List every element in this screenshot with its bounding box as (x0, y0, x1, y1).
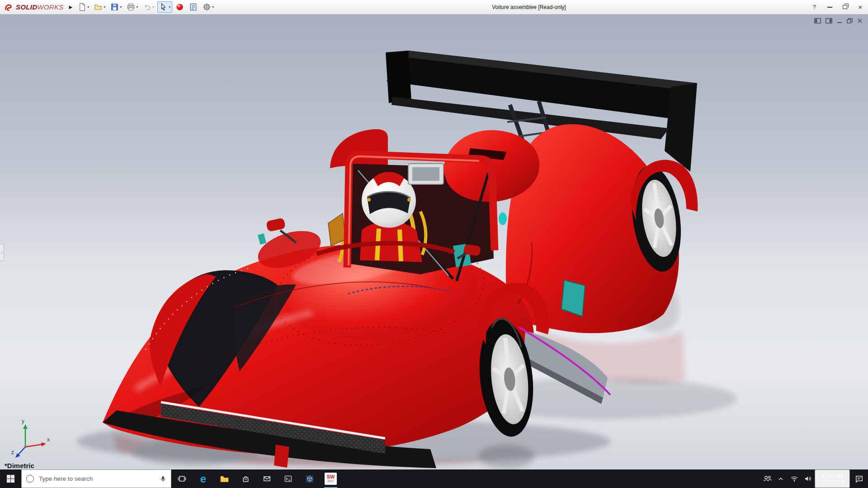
dropdown-caret[interactable]: ▾ (169, 5, 170, 9)
options-button[interactable]: ▾ (201, 1, 216, 13)
command-prompt-button[interactable] (278, 469, 299, 488)
windows-taskbar: e (0, 469, 868, 488)
triad-y-label: y (22, 418, 24, 424)
dropdown-caret[interactable]: ▾ (104, 5, 105, 9)
help-button[interactable]: ? (807, 0, 822, 14)
mail-icon (263, 474, 271, 483)
graphics-area[interactable]: ‹ x y z *Dimetric (0, 14, 868, 469)
wifi-icon (790, 475, 798, 483)
search-input[interactable] (38, 475, 156, 483)
print-button[interactable]: ▾ (125, 1, 140, 13)
edge-button[interactable]: e (193, 469, 214, 488)
window-controls: ? × (807, 0, 868, 14)
reference-triad[interactable]: x y z (11, 418, 52, 461)
store-button[interactable] (235, 469, 256, 488)
featuremanager-collapse-tab[interactable]: ‹ (0, 244, 4, 261)
pane-left-button[interactable] (814, 18, 821, 23)
task-view-icon (178, 474, 186, 483)
taskbar-clock[interactable]: 11:45 AM 7/13/2018 (815, 469, 850, 488)
appearance-sphere-icon (175, 3, 184, 11)
people-icon (763, 474, 772, 483)
window-title: Voiture assemblee [Read-only] (190, 0, 868, 14)
document-window-controls (814, 18, 863, 23)
gear-icon (203, 3, 211, 11)
task-view-button[interactable] (171, 469, 193, 488)
open-icon (94, 3, 103, 11)
show-hidden-icons-button[interactable] (774, 469, 788, 488)
microphone-icon[interactable] (160, 474, 166, 483)
dropdown-caret[interactable]: ▾ (136, 5, 138, 9)
restore-button[interactable] (837, 0, 853, 14)
print-icon (127, 3, 135, 11)
people-button[interactable] (760, 469, 774, 488)
solidworks-window: SOLIDWORKS ▶ ▾ ▾ ▾ (0, 0, 868, 488)
brand-works: WORKS (37, 3, 63, 11)
save-icon (110, 3, 119, 11)
edrawings-cube-icon (305, 474, 314, 483)
open-button[interactable]: ▾ (92, 1, 107, 13)
appearances-button[interactable] (174, 1, 186, 13)
design-library-button[interactable] (187, 1, 199, 13)
chevron-up-icon (777, 475, 784, 483)
file-explorer-icon (220, 474, 229, 483)
volume-button[interactable] (801, 469, 815, 488)
sw-icon-text: SW (327, 474, 335, 479)
dropdown-caret[interactable]: ▾ (212, 5, 214, 9)
triad-x-label: x (47, 436, 50, 443)
action-center-button[interactable] (850, 469, 868, 488)
titlebar: SOLIDWORKS ▶ ▾ ▾ ▾ (0, 0, 868, 14)
taskbar-search[interactable] (21, 469, 171, 488)
edge-icon: e (200, 474, 206, 484)
brand-solid: SOLID (16, 3, 37, 11)
restore-icon (843, 5, 847, 9)
new-document-button[interactable]: ▾ (76, 1, 91, 13)
new-document-icon (78, 3, 86, 11)
solidworks-logo: SOLIDWORKS (0, 3, 66, 12)
network-button[interactable] (788, 469, 801, 488)
action-center-icon (855, 474, 863, 483)
select-cursor-icon (159, 3, 168, 11)
cortana-icon (26, 475, 34, 483)
quick-access-toolbar: ▾ ▾ ▾ ▾ (76, 1, 216, 13)
design-library-icon (189, 3, 198, 11)
pinned-apps: e (171, 469, 341, 488)
doc-minimize-button[interactable] (837, 18, 842, 23)
clock-date: 7/13/2018 (818, 479, 846, 485)
clock-time: 11:45 AM (818, 473, 846, 479)
system-tray: 11:45 AM 7/13/2018 (760, 469, 868, 488)
windows-logo-icon (6, 474, 15, 483)
view-orientation-label: *Dimetric (5, 462, 34, 469)
minimize-icon (827, 7, 832, 8)
solidworks-2017-button[interactable]: SW 2017 (320, 469, 341, 488)
menu-flyout-arrow[interactable]: ▶ (66, 5, 76, 9)
doc-close-button[interactable] (857, 18, 863, 23)
undo-button[interactable]: ▾ (141, 1, 156, 13)
undo-icon (143, 3, 151, 11)
brand-name: SOLIDWORKS (16, 3, 64, 11)
visor-pivot (367, 198, 371, 202)
store-bag-icon (241, 474, 250, 483)
dropdown-caret[interactable]: ▾ (152, 5, 154, 9)
doc-restore-button[interactable] (847, 18, 853, 23)
solidworks-logo-icon (5, 3, 14, 12)
select-button[interactable]: ▾ (157, 1, 172, 13)
save-button[interactable]: ▾ (108, 1, 123, 13)
mirror-housing[interactable] (408, 164, 443, 184)
pane-right-button[interactable] (826, 18, 832, 23)
mail-button[interactable] (256, 469, 278, 488)
edrawings-button[interactable] (299, 469, 320, 488)
speaker-icon (804, 475, 812, 483)
3d-scene[interactable] (0, 14, 868, 469)
sw-icon-year: 2017 (327, 480, 334, 483)
file-explorer-button[interactable] (214, 469, 235, 488)
visor-pivot (407, 198, 411, 202)
command-prompt-icon (284, 474, 292, 483)
dropdown-caret[interactable]: ▾ (120, 5, 122, 9)
close-button[interactable]: × (853, 0, 868, 14)
minimize-button[interactable] (822, 0, 837, 14)
start-button[interactable] (0, 469, 21, 488)
solidworks-2017-icon: SW 2017 (325, 473, 337, 485)
triad-z-label: z (11, 449, 14, 455)
tow-strap (274, 445, 289, 468)
dropdown-caret[interactable]: ▾ (87, 5, 89, 9)
